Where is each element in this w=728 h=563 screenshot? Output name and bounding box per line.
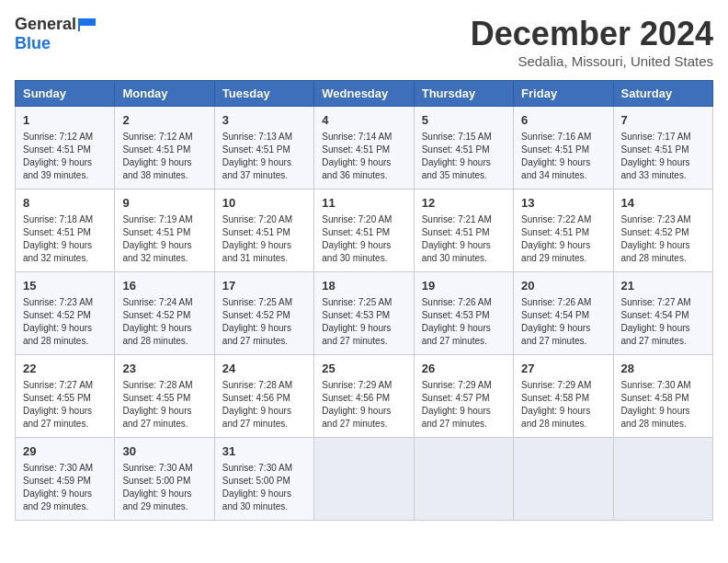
header-day-friday: Friday: [514, 81, 613, 107]
day-number: 7: [621, 112, 705, 129]
header-day-sunday: Sunday: [16, 81, 115, 107]
calendar-cell: 2Sunrise: 7:12 AMSunset: 4:51 PMDaylight…: [115, 107, 214, 190]
day-info: Sunrise: 7:30 AMSunset: 5:00 PMDaylight:…: [122, 462, 206, 513]
day-info: Sunrise: 7:28 AMSunset: 4:56 PMDaylight:…: [222, 379, 306, 431]
day-number: 19: [422, 278, 506, 294]
day-info: Sunrise: 7:15 AMSunset: 4:51 PMDaylight:…: [422, 131, 506, 182]
day-info: Sunrise: 7:20 AMSunset: 4:51 PMDaylight:…: [322, 213, 405, 265]
day-info: Sunrise: 7:29 AMSunset: 4:58 PMDaylight:…: [521, 379, 605, 431]
day-info: Sunrise: 7:30 AMSunset: 5:00 PMDaylight:…: [222, 462, 306, 513]
calendar-cell: [613, 438, 712, 521]
logo-general-text: General: [15, 15, 76, 34]
day-number: 13: [521, 195, 605, 212]
calendar-cell: 18Sunrise: 7:25 AMSunset: 4:53 PMDayligh…: [314, 272, 414, 355]
day-number: 3: [222, 112, 306, 129]
day-info: Sunrise: 7:30 AMSunset: 4:59 PMDaylight:…: [23, 462, 107, 513]
calendar-cell: 7Sunrise: 7:17 AMSunset: 4:51 PMDaylight…: [613, 107, 712, 190]
location-text: Sedalia, Missouri, United States: [471, 53, 713, 69]
day-info: Sunrise: 7:27 AMSunset: 4:55 PMDaylight:…: [23, 379, 107, 431]
day-info: Sunrise: 7:26 AMSunset: 4:53 PMDaylight:…: [422, 296, 506, 348]
header-day-thursday: Thursday: [414, 81, 513, 107]
day-info: Sunrise: 7:28 AMSunset: 4:55 PMDaylight:…: [122, 379, 206, 431]
calendar-cell: 24Sunrise: 7:28 AMSunset: 4:56 PMDayligh…: [214, 355, 313, 438]
day-info: Sunrise: 7:16 AMSunset: 4:51 PMDaylight:…: [521, 131, 605, 182]
day-info: Sunrise: 7:23 AMSunset: 4:52 PMDaylight:…: [23, 296, 107, 348]
day-info: Sunrise: 7:29 AMSunset: 4:56 PMDaylight:…: [322, 379, 405, 431]
calendar-cell: 23Sunrise: 7:28 AMSunset: 4:55 PMDayligh…: [115, 355, 214, 438]
header-day-tuesday: Tuesday: [214, 81, 313, 107]
day-number: 27: [521, 361, 605, 377]
calendar-cell: 30Sunrise: 7:30 AMSunset: 5:00 PMDayligh…: [115, 438, 214, 521]
calendar-cell: 29Sunrise: 7:30 AMSunset: 4:59 PMDayligh…: [16, 438, 115, 521]
day-info: Sunrise: 7:25 AMSunset: 4:53 PMDaylight:…: [322, 296, 405, 348]
day-number: 12: [422, 195, 506, 212]
day-info: Sunrise: 7:27 AMSunset: 4:54 PMDaylight:…: [621, 296, 705, 348]
calendar-cell: 31Sunrise: 7:30 AMSunset: 5:00 PMDayligh…: [214, 438, 313, 521]
day-number: 24: [222, 361, 306, 377]
day-info: Sunrise: 7:30 AMSunset: 4:58 PMDaylight:…: [621, 379, 705, 431]
day-number: 25: [322, 361, 405, 377]
day-number: 6: [521, 112, 605, 129]
day-info: Sunrise: 7:26 AMSunset: 4:54 PMDaylight:…: [521, 296, 605, 348]
day-number: 26: [422, 361, 506, 377]
calendar-week-row: 29Sunrise: 7:30 AMSunset: 4:59 PMDayligh…: [16, 438, 713, 521]
calendar-cell: 4Sunrise: 7:14 AMSunset: 4:51 PMDaylight…: [314, 107, 414, 190]
calendar-cell: 27Sunrise: 7:29 AMSunset: 4:58 PMDayligh…: [514, 355, 613, 438]
header-day-wednesday: Wednesday: [314, 81, 414, 107]
day-number: 15: [23, 278, 107, 294]
day-number: 21: [621, 278, 705, 294]
calendar-table: SundayMondayTuesdayWednesdayThursdayFrid…: [15, 80, 713, 521]
day-number: 2: [122, 112, 206, 129]
day-info: Sunrise: 7:25 AMSunset: 4:52 PMDaylight:…: [222, 296, 306, 348]
calendar-header-row: SundayMondayTuesdayWednesdayThursdayFrid…: [16, 81, 713, 107]
day-number: 22: [23, 361, 107, 377]
day-info: Sunrise: 7:12 AMSunset: 4:51 PMDaylight:…: [23, 131, 107, 182]
calendar-cell: [414, 438, 513, 521]
calendar-cell: 15Sunrise: 7:23 AMSunset: 4:52 PMDayligh…: [16, 272, 115, 355]
header: General Blue December 2024 Sedalia, Miss…: [15, 15, 713, 69]
day-number: 29: [23, 443, 107, 460]
day-info: Sunrise: 7:23 AMSunset: 4:52 PMDaylight:…: [621, 213, 705, 265]
header-day-saturday: Saturday: [613, 81, 712, 107]
calendar-week-row: 1Sunrise: 7:12 AMSunset: 4:51 PMDaylight…: [16, 107, 713, 190]
day-number: 30: [122, 443, 206, 460]
calendar-cell: [314, 438, 414, 521]
day-info: Sunrise: 7:24 AMSunset: 4:52 PMDaylight:…: [122, 296, 206, 348]
day-number: 31: [222, 443, 306, 460]
calendar-cell: 19Sunrise: 7:26 AMSunset: 4:53 PMDayligh…: [414, 272, 513, 355]
day-number: 4: [322, 112, 405, 129]
calendar-cell: 26Sunrise: 7:29 AMSunset: 4:57 PMDayligh…: [414, 355, 513, 438]
day-info: Sunrise: 7:20 AMSunset: 4:51 PMDaylight:…: [222, 213, 306, 265]
calendar-cell: 17Sunrise: 7:25 AMSunset: 4:52 PMDayligh…: [214, 272, 313, 355]
month-title: December 2024: [471, 15, 713, 53]
day-number: 1: [23, 112, 107, 129]
header-day-monday: Monday: [115, 81, 214, 107]
logo-blue-text: Blue: [15, 34, 51, 52]
logo-flag-icon: [77, 17, 97, 33]
calendar-cell: 28Sunrise: 7:30 AMSunset: 4:58 PMDayligh…: [613, 355, 712, 438]
day-info: Sunrise: 7:13 AMSunset: 4:51 PMDaylight:…: [222, 131, 306, 182]
calendar-cell: 22Sunrise: 7:27 AMSunset: 4:55 PMDayligh…: [16, 355, 115, 438]
day-number: 23: [122, 361, 206, 377]
day-number: 5: [422, 112, 506, 129]
day-number: 10: [222, 195, 306, 212]
calendar-cell: 21Sunrise: 7:27 AMSunset: 4:54 PMDayligh…: [613, 272, 712, 355]
calendar-cell: 20Sunrise: 7:26 AMSunset: 4:54 PMDayligh…: [514, 272, 613, 355]
calendar-cell: 3Sunrise: 7:13 AMSunset: 4:51 PMDaylight…: [214, 107, 313, 190]
calendar-cell: 14Sunrise: 7:23 AMSunset: 4:52 PMDayligh…: [613, 190, 712, 272]
calendar-cell: 12Sunrise: 7:21 AMSunset: 4:51 PMDayligh…: [414, 190, 513, 272]
calendar-cell: 25Sunrise: 7:29 AMSunset: 4:56 PMDayligh…: [314, 355, 414, 438]
calendar-cell: 6Sunrise: 7:16 AMSunset: 4:51 PMDaylight…: [514, 107, 613, 190]
calendar-cell: 16Sunrise: 7:24 AMSunset: 4:52 PMDayligh…: [115, 272, 214, 355]
day-info: Sunrise: 7:12 AMSunset: 4:51 PMDaylight:…: [122, 131, 206, 182]
day-number: 11: [322, 195, 405, 212]
calendar-cell: 1Sunrise: 7:12 AMSunset: 4:51 PMDaylight…: [16, 107, 115, 190]
calendar-week-row: 8Sunrise: 7:18 AMSunset: 4:51 PMDaylight…: [16, 190, 713, 272]
day-number: 17: [222, 278, 306, 294]
calendar-cell: 9Sunrise: 7:19 AMSunset: 4:51 PMDaylight…: [115, 190, 214, 272]
day-info: Sunrise: 7:14 AMSunset: 4:51 PMDaylight:…: [322, 131, 405, 182]
day-number: 18: [322, 278, 405, 294]
calendar-cell: 5Sunrise: 7:15 AMSunset: 4:51 PMDaylight…: [414, 107, 513, 190]
day-info: Sunrise: 7:19 AMSunset: 4:51 PMDaylight:…: [122, 213, 206, 265]
day-number: 8: [23, 195, 107, 212]
